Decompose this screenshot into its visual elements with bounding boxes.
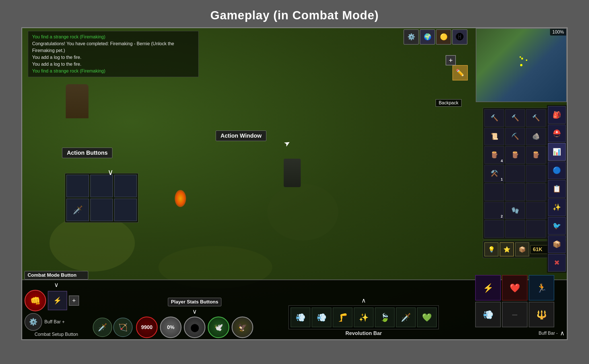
inv-slot-21[interactable]: 🧤 — [505, 202, 525, 219]
inv-slot-10[interactable]: 🪵 — [526, 146, 546, 164]
rev-slot-3[interactable]: 🦵 — [333, 307, 353, 327]
inv-slot-20[interactable]: 2 — [484, 202, 504, 219]
right-icon-helm[interactable]: ⛑️ — [548, 125, 566, 142]
buff-bar-plus-label: Buff Bar + — [44, 319, 65, 324]
action-slot-3[interactable] — [114, 175, 137, 197]
world-map-icon[interactable]: 🌍 — [420, 29, 435, 45]
revolution-bar-arrow: ∧ — [361, 297, 366, 304]
combat-right: ⚡ ❤️ 🏃 💨 — 🔱 Buff Bar - ∧ — [473, 273, 567, 339]
combat-right-slot-3[interactable]: 🏃 — [529, 275, 554, 301]
action-slot-5[interactable] — [90, 198, 113, 221]
game-frame: You find a strange rock (Firemaking) Con… — [21, 27, 568, 340]
style-btn-slash[interactable]: 🗡️ — [93, 318, 112, 337]
gold-amount: 61K — [533, 247, 542, 253]
inv-slot-2[interactable]: 🔨 — [526, 109, 546, 127]
add-ability-button[interactable]: + — [69, 295, 79, 306]
action-slot-4[interactable]: 🗡️ — [66, 198, 89, 221]
combat-right-slot-1[interactable]: ⚡ — [475, 275, 501, 301]
combat-setup-button[interactable]: ⚙️ — [24, 313, 42, 331]
right-icon-bird[interactable]: 🐦 — [548, 217, 566, 235]
right-icon-sparkle[interactable]: ✨ — [548, 198, 566, 216]
rev-slot-7[interactable]: 💚 — [417, 307, 437, 327]
rev-slot-4[interactable]: ✨ — [354, 307, 374, 327]
inv-slot-0[interactable]: 🔨 — [484, 109, 504, 127]
star-icon[interactable]: ⭐ — [500, 242, 514, 257]
home-icon[interactable]: 🅗 — [452, 29, 468, 45]
page-container: Gameplay (in Combat Mode) You find a str… — [0, 0, 589, 364]
right-icon-stats[interactable]: 📊 — [548, 143, 566, 161]
inv-slot-13[interactable] — [505, 165, 525, 182]
inv-slot-12[interactable]: ⚒️1 — [484, 165, 504, 182]
right-icon-bag[interactable]: 🎒 — [548, 106, 566, 124]
chat-log: You find a strange rock (Firemaking) Con… — [28, 31, 199, 77]
right-icon-magic[interactable]: 🔵 — [548, 162, 566, 179]
right-icon-scroll[interactable]: 📋 — [548, 180, 566, 198]
combat-setup-button-label: Combat Setup Button — [24, 332, 88, 337]
inv-slot-4[interactable]: 📜 — [484, 128, 504, 145]
rev-slot-6[interactable]: 🗡️ — [396, 307, 416, 327]
chat-line-6: You find a strange rock (Firemaking) — [32, 68, 194, 75]
hp-button[interactable]: 9900 — [136, 317, 158, 338]
combat-ability-1[interactable]: ⚡ — [48, 291, 67, 310]
combat-right-grid: ⚡ ❤️ 🏃 💨 — 🔱 — [475, 275, 565, 327]
combat-mode-button[interactable]: 👊 — [24, 290, 46, 311]
lamp-icon[interactable]: 💡 — [484, 242, 499, 257]
backpack-label: Backpack — [436, 99, 462, 107]
combat-right-slot-4[interactable]: 💨 — [475, 302, 501, 327]
quest-icon[interactable]: 🟡 — [436, 29, 451, 45]
inv-slot-14[interactable] — [526, 165, 546, 182]
page-title: Gameplay (in Combat Mode) — [210, 9, 379, 22]
combat-right-slot-2[interactable]: ❤️ — [502, 275, 528, 301]
style-selector: 🗡️ 🏹 — [90, 315, 135, 339]
summoning-button[interactable]: 🕊️ — [208, 317, 229, 338]
chat-line-2: Congratulations! You have completed: Fir… — [32, 40, 194, 47]
chat-line-4: You add a log to the fire. — [32, 54, 194, 61]
combat-mode-annotation: Combat Mode Button — [24, 271, 88, 280]
chest-icon[interactable]: 📦 — [515, 242, 529, 257]
right-icon-close[interactable]: ✖ — [548, 254, 566, 272]
inv-slot-26[interactable] — [526, 220, 546, 238]
inv-slot-16[interactable] — [484, 183, 504, 201]
player-stats-area: Player Stats Buttons ∨ 9900 0% ⬤ 🕊️ 🦅 — [135, 297, 254, 339]
right-icon-box[interactable]: 📦 — [548, 235, 566, 253]
combat-left: Combat Mode Button ∨ 👊 ⚡ + ⚙️ Buff Bar + — [22, 269, 90, 339]
inv-slot-5[interactable]: ⛏️ — [505, 128, 525, 145]
inv-slot-24[interactable] — [484, 220, 504, 238]
settings-icon[interactable]: ⚙️ — [403, 29, 419, 45]
minimap-icons-row: ⚙️ 🌍 🟡 🅗 — [402, 28, 469, 46]
buff-bar-minus-label: Buff Bar - — [539, 331, 558, 336]
chat-line-1: You find a strange rock (Firemaking) — [32, 34, 194, 40]
inv-slot-9[interactable]: 🪵 — [505, 146, 525, 164]
prayer-button[interactable]: 0% — [160, 317, 182, 338]
rev-slot-2[interactable]: 💨 — [312, 307, 331, 327]
edit-map-icon[interactable]: ✏️ — [452, 65, 468, 80]
percent-badge: 100% — [550, 29, 566, 36]
inv-slot-1[interactable]: 🔨 — [505, 109, 525, 127]
inv-slot-8[interactable]: 🪵4 — [484, 146, 504, 164]
adrenaline-button[interactable]: ⬤ — [184, 317, 205, 338]
familiar-button[interactable]: 🦅 — [232, 317, 253, 338]
inv-slot-25[interactable] — [505, 220, 525, 238]
revolution-bar: 💨 💨 🦵 ✨ 🍃 🗡️ 💚 — [289, 305, 439, 329]
combat-right-slot-5[interactable]: — — [502, 302, 528, 327]
inv-slot-22[interactable] — [526, 202, 546, 219]
revolution-bar-label: Revolution Bar — [345, 330, 382, 336]
minimap-plus-button[interactable]: + — [446, 55, 456, 65]
chat-line-5: You add a log to the fire. — [32, 61, 194, 68]
action-slot-2[interactable] — [90, 175, 113, 197]
chat-line-3: Firemaking pet.) — [32, 47, 194, 54]
action-slot-1[interactable] — [66, 175, 89, 197]
inv-slot-17[interactable] — [505, 183, 525, 201]
rev-slot-5[interactable]: 🍃 — [375, 307, 395, 327]
player-stats-annotation: Player Stats Buttons — [168, 298, 221, 306]
right-panel: 🎒 ⛑️ 📊 🔵 📋 ✨ 🐦 📦 ✖ — [547, 105, 567, 273]
combat-right-slot-6[interactable]: 🔱 — [529, 302, 554, 327]
revolution-bar-area: ∧ 💨 💨 🦵 ✨ 🍃 🗡️ 💚 Revolution Bar — [254, 297, 473, 339]
combat-bar: Combat Mode Button ∨ 👊 ⚡ + ⚙️ Buff Bar + — [22, 280, 567, 339]
rev-slot-1[interactable]: 💨 — [291, 307, 310, 327]
inv-slot-6[interactable]: 🪨 — [526, 128, 546, 145]
action-buttons-grid: 🗡️ — [65, 173, 138, 223]
style-btn-ranged[interactable]: 🏹 — [113, 318, 133, 337]
inv-slot-18[interactable] — [526, 183, 546, 201]
action-slot-6[interactable] — [114, 198, 137, 221]
